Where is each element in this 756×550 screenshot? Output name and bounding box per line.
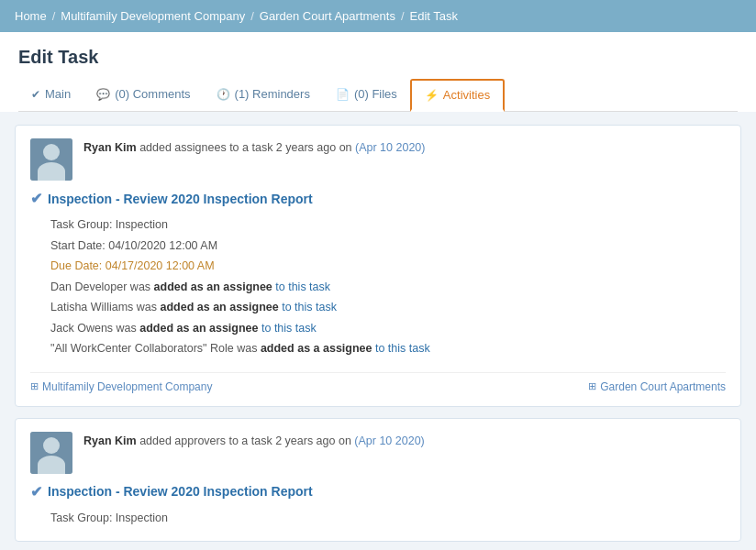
activity-action-1: added assignees to a task 2 years ago on [139, 141, 355, 154]
assignee-suffix-2: to this task [282, 301, 337, 314]
assignee-name-3: Jack Owens [50, 322, 113, 335]
assignee-line-2: Latisha Williams was added as an assigne… [50, 297, 726, 318]
assignee-line-3: Jack Owens was added as an assignee to t… [50, 318, 726, 339]
assignee-suffix-3: to this task [261, 322, 317, 335]
assignee-action-1: added as an assignee [154, 280, 272, 293]
tab-main[interactable]: ✔ Main [18, 80, 83, 111]
page-content: Edit Task ✔ Main 💬 (0) Comments 🕐 (1) Re… [0, 32, 756, 112]
activity-feed: Ryan Kim added assignees to a task 2 yea… [0, 112, 756, 550]
task-title-2[interactable]: Inspection - Review 2020 Inspection Repo… [48, 484, 313, 499]
tab-files-label: (0) Files [354, 87, 397, 101]
page-title: Edit Task [18, 47, 738, 68]
activity-card-2: Ryan Kim added approvers to a task 2 yea… [15, 418, 741, 543]
breadcrumb-property[interactable]: Garden Court Apartments [260, 9, 395, 23]
avatar-1 [30, 138, 72, 181]
breadcrumb-sep-1: / [52, 9, 56, 23]
detail-start: Start Date: 04/10/2020 12:00 AM [50, 236, 726, 257]
footer-property-link[interactable]: ⊞ Garden Court Apartments [588, 380, 726, 393]
assignee-action-2: added as an assignee [161, 301, 279, 314]
clock-icon: 🕐 [217, 88, 230, 101]
assignee-name-2: Latisha Williams [50, 301, 133, 314]
task-link-2: ✔ Inspection - Review 2020 Inspection Re… [30, 483, 726, 500]
tabs-bar: ✔ Main 💬 (0) Comments 🕐 (1) Reminders 📄 … [18, 79, 738, 112]
tab-activities[interactable]: ⚡ Activities [410, 79, 505, 112]
assignee-suffix-1: to this task [275, 280, 330, 293]
comments-icon: 💬 [96, 88, 110, 101]
grid-icon: ⊞ [588, 380, 596, 392]
activity-user-2: Ryan Kim [83, 434, 137, 447]
tab-activities-label: Activities [443, 88, 490, 102]
files-icon: 📄 [336, 88, 350, 101]
card-header-text-2: Ryan Kim added approvers to a task 2 yea… [83, 432, 726, 450]
task-details-2: Task Group: Inspection [30, 508, 726, 529]
activity-card-1: Ryan Kim added assignees to a task 2 yea… [15, 125, 741, 407]
task-check-icon-2: ✔ [30, 483, 42, 500]
footer-company-link[interactable]: ⊞ Multifamily Development Company [30, 380, 212, 393]
footer-property-label: Garden Court Apartments [600, 380, 726, 393]
assignee-line-1: Dan Developer was added as an assignee t… [50, 277, 726, 298]
avatar-2 [30, 432, 72, 474]
card-footer-1: ⊞ Multifamily Development Company ⊞ Gard… [30, 372, 726, 393]
card-header-text-1: Ryan Kim added assignees to a task 2 yea… [83, 138, 726, 157]
detail-due: Due Date: 04/17/2020 12:00 AM [50, 256, 726, 277]
tab-comments-label: (0) Comments [115, 87, 190, 101]
checkmark-icon: ✔ [31, 88, 40, 101]
detail-group: Task Group: Inspection [50, 214, 726, 236]
breadcrumb-current[interactable]: Edit Task [410, 9, 459, 23]
activity-user-1: Ryan Kim [83, 141, 137, 154]
breadcrumb-sep-2: / [250, 9, 254, 23]
card-header-1: Ryan Kim added assignees to a task 2 yea… [30, 138, 726, 181]
activities-icon: ⚡ [425, 89, 439, 102]
assignee-name-1: Dan Developer [50, 280, 127, 293]
tab-reminders[interactable]: 🕐 (1) Reminders [204, 80, 323, 111]
task-title-1[interactable]: Inspection - Review 2020 Inspection Repo… [48, 192, 313, 206]
assignee-name-4: "All WorkCenter Collaborators" Role [50, 342, 234, 355]
assignee-action-4: added as a assignee [261, 342, 372, 355]
detail-group-2: Task Group: Inspection [50, 508, 726, 529]
assignee-action-3: added as an assignee [139, 322, 258, 335]
activity-date-2: (Apr 10 2020) [354, 434, 424, 447]
breadcrumb-sep-3: / [401, 9, 405, 23]
activity-summary-2: Ryan Kim added approvers to a task 2 yea… [83, 434, 425, 447]
task-check-icon-1: ✔ [30, 190, 42, 207]
card-header-2: Ryan Kim added approvers to a task 2 yea… [30, 432, 726, 474]
task-link-1: ✔ Inspection - Review 2020 Inspection Re… [30, 190, 726, 207]
assignee-suffix-4: to this task [375, 342, 430, 355]
building-icon: ⊞ [30, 380, 39, 392]
breadcrumb-bar: Home / Multifamily Development Company /… [0, 0, 756, 32]
tab-reminders-label: (1) Reminders [235, 87, 310, 101]
activity-date-1: (Apr 10 2020) [355, 141, 425, 154]
breadcrumb-company[interactable]: Multifamily Development Company [61, 9, 245, 23]
activity-summary-1: Ryan Kim added assignees to a task 2 yea… [83, 141, 425, 154]
footer-company-label: Multifamily Development Company [42, 380, 212, 393]
activity-action-2: added approvers to a task 2 years ago on [139, 434, 354, 447]
task-details-1: Task Group: Inspection Start Date: 04/10… [30, 214, 726, 359]
tab-main-label: Main [45, 87, 71, 101]
tab-comments[interactable]: 💬 (0) Comments [83, 80, 203, 111]
breadcrumb-home[interactable]: Home [15, 9, 47, 23]
tab-files[interactable]: 📄 (0) Files [323, 80, 410, 111]
assignee-line-4: "All WorkCenter Collaborators" Role was … [50, 338, 726, 359]
